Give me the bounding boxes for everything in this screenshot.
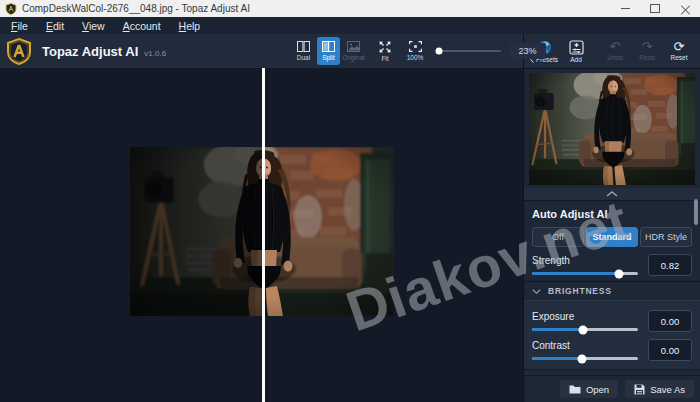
original-view-button[interactable]: Original — [342, 37, 365, 65]
add-preset-button[interactable]: Add — [560, 40, 592, 63]
view-toolbar: Dual Split — [292, 34, 546, 68]
split-view-icon — [322, 41, 335, 52]
exposure-row: Exposure 0.00 — [532, 310, 692, 332]
folder-icon — [569, 384, 581, 394]
dual-view-icon — [297, 41, 310, 52]
add-icon — [569, 40, 584, 55]
panel-body: Auto Adjust AI Off Standard HDR Style St… — [524, 69, 700, 402]
redo-icon: ↷ — [642, 41, 653, 53]
strength-row: Strength 0.82 — [532, 254, 692, 276]
split-view-button[interactable]: Split — [317, 37, 340, 65]
mode-hdr-style-button[interactable]: HDR Style — [640, 227, 692, 247]
original-view-icon — [347, 41, 360, 52]
minimize-button[interactable] — [610, 0, 640, 17]
contrast-row: Contrast 0.00 — [532, 339, 692, 361]
contrast-slider[interactable] — [532, 357, 638, 360]
undo-icon: ↶ — [610, 41, 621, 53]
window-title: CompDeskWalCol-2676__048.jpg - Topaz Adj… — [22, 3, 250, 14]
close-icon — [681, 4, 690, 13]
contrast-value[interactable]: 0.00 — [648, 339, 692, 361]
controls-list: Auto Adjust AI Off Standard HDR Style St… — [524, 201, 700, 375]
strength-slider[interactable] — [532, 272, 638, 275]
menu-edit[interactable]: Edit — [37, 19, 73, 33]
menu-file[interactable]: File — [2, 19, 37, 33]
strength-slider-handle[interactable] — [614, 269, 623, 278]
undo-button[interactable]: ↶ Undo — [599, 41, 631, 61]
chevron-down-icon — [532, 289, 541, 294]
panel-footer: Open Save As — [524, 375, 700, 402]
topaz-logo — [6, 38, 32, 69]
menubar: File Edit View Account Help — [0, 17, 700, 34]
brightness-title: BRIGHTNESS — [548, 286, 612, 296]
brightness-section: Exposure 0.00 Contrast — [524, 300, 700, 370]
image-thumbnail[interactable] — [529, 73, 695, 185]
fit-icon — [379, 41, 391, 53]
open-button[interactable]: Open — [560, 380, 618, 398]
menu-help[interactable]: Help — [170, 19, 210, 33]
contrast-slider-handle[interactable] — [577, 354, 586, 363]
auto-adjust-section: Auto Adjust AI Off Standard HDR Style St… — [524, 201, 700, 281]
app-window: CompDeskWalCol-2676__048.jpg - Topaz Adj… — [0, 0, 700, 402]
split-divider-handle[interactable] — [262, 68, 265, 402]
zoom-slider[interactable] — [437, 50, 501, 52]
maximize-icon — [650, 4, 660, 13]
strength-label: Strength — [532, 255, 638, 266]
fit-button[interactable]: Fit — [373, 37, 397, 65]
redo-button[interactable]: ↷ Redo — [631, 41, 663, 61]
app-name: Topaz Adjust AI — [42, 44, 138, 59]
reset-button[interactable]: ⟳ Reset — [663, 41, 695, 61]
maximize-button[interactable] — [640, 0, 670, 17]
adjustment-panel: Presets Add ↶ Undo — [524, 34, 700, 402]
panel-scrollbar[interactable] — [694, 199, 698, 225]
strength-value[interactable]: 0.82 — [648, 254, 692, 276]
app-logo-icon — [5, 3, 17, 15]
zoom-level-value: 23% — [509, 43, 546, 59]
exposure-label: Exposure — [532, 311, 638, 322]
menu-account[interactable]: Account — [114, 19, 170, 33]
save-as-button[interactable]: Save As — [625, 380, 694, 398]
contrast-label: Contrast — [532, 340, 638, 351]
thumbnail-collapse-bar[interactable] — [524, 188, 700, 201]
app-version: v1.0.6 — [144, 49, 166, 58]
panel-header: Presets Add ↶ Undo — [524, 34, 700, 69]
zoom-100-button[interactable]: 100% — [403, 37, 427, 65]
dual-view-button[interactable]: Dual — [292, 37, 315, 65]
mode-standard-button[interactable]: Standard — [586, 227, 638, 247]
brightness-section-header[interactable]: BRIGHTNESS — [524, 282, 700, 300]
zoom-slider-handle[interactable] — [435, 48, 442, 55]
titlebar: CompDeskWalCol-2676__048.jpg - Topaz Adj… — [0, 0, 700, 17]
save-icon — [634, 384, 645, 395]
reset-icon: ⟳ — [674, 41, 685, 53]
minimize-icon — [621, 8, 630, 9]
close-button[interactable] — [670, 0, 700, 17]
auto-adjust-mode-group: Off Standard HDR Style — [532, 227, 692, 247]
exposure-slider-handle[interactable] — [578, 325, 587, 334]
auto-adjust-title: Auto Adjust AI — [532, 208, 692, 220]
mode-off-button[interactable]: Off — [532, 227, 584, 247]
zoom-100-icon — [409, 41, 422, 52]
image-canvas — [0, 68, 523, 402]
exposure-value[interactable]: 0.00 — [648, 310, 692, 332]
exposure-slider[interactable] — [532, 328, 638, 331]
chevron-up-icon — [606, 191, 618, 197]
app-header: Topaz Adjust AI v1.0.6 Dual — [0, 34, 523, 68]
menu-view[interactable]: View — [73, 19, 114, 33]
